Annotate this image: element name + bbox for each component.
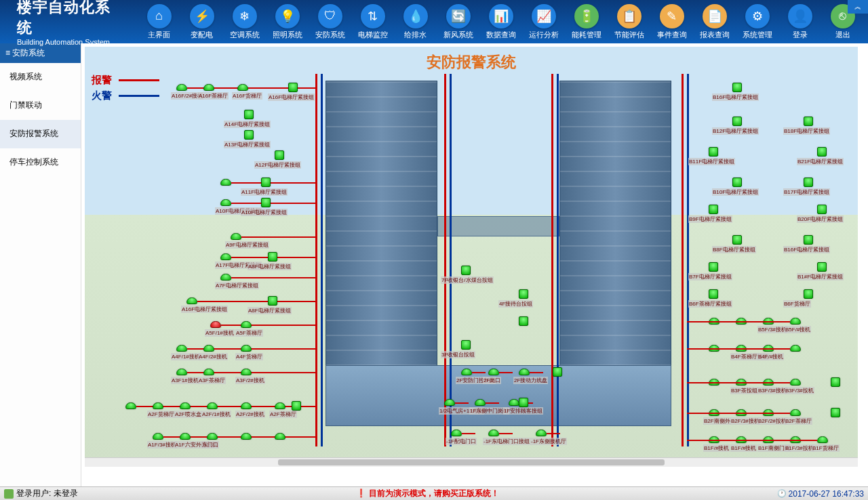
sensor-box[interactable] xyxy=(244,110,254,119)
sensor[interactable] xyxy=(790,409,801,416)
menu-照明系统[interactable]: 💡照明系统 xyxy=(269,4,306,40)
sensor-box[interactable] xyxy=(292,401,301,411)
sensor-box[interactable] xyxy=(732,178,742,187)
sensor-box[interactable] xyxy=(268,296,277,306)
sensor[interactable] xyxy=(790,318,801,325)
sensor[interactable] xyxy=(220,199,231,206)
menu-空调系统[interactable]: ❄空调系统 xyxy=(226,4,263,40)
menu-新风系统[interactable]: 🔄新风系统 xyxy=(439,4,477,40)
sensor[interactable] xyxy=(207,402,218,409)
sensor[interactable] xyxy=(536,430,547,436)
menu-登录[interactable]: 👤登录 xyxy=(781,4,818,40)
sensor-box[interactable] xyxy=(817,205,827,214)
sensor-box[interactable] xyxy=(461,266,471,275)
sensor[interactable] xyxy=(461,369,472,375)
sensor-box[interactable] xyxy=(804,235,813,245)
sensor-box[interactable] xyxy=(261,198,271,207)
sensor-box[interactable] xyxy=(817,147,827,157)
sensor[interactable] xyxy=(488,369,499,375)
sensor[interactable] xyxy=(176,345,187,352)
sensor[interactable] xyxy=(241,433,252,440)
sensor[interactable] xyxy=(203,84,214,91)
sensor[interactable] xyxy=(210,321,221,328)
sensor[interactable] xyxy=(241,402,252,409)
sensor-box[interactable] xyxy=(709,289,718,299)
sensor[interactable] xyxy=(176,84,187,91)
sensor-box[interactable] xyxy=(804,117,813,126)
sensor-box[interactable] xyxy=(519,316,528,326)
sensor-box[interactable] xyxy=(461,340,471,350)
sensor[interactable] xyxy=(203,345,214,352)
sensor[interactable] xyxy=(444,399,455,406)
sensor[interactable] xyxy=(237,84,248,91)
horizontal-scrollbar[interactable] xyxy=(85,457,858,467)
sidebar-item-3[interactable]: 停车控制系统 xyxy=(0,148,81,177)
sensor-box[interactable] xyxy=(709,262,718,272)
sensor-box[interactable] xyxy=(831,377,840,387)
sensor[interactable] xyxy=(220,274,231,280)
sensor-box[interactable] xyxy=(831,408,840,417)
menu-电梯监控[interactable]: ⇅电梯监控 xyxy=(354,4,391,40)
sensor-box[interactable] xyxy=(261,178,271,187)
sensor[interactable] xyxy=(153,402,163,409)
sensor[interactable] xyxy=(203,369,214,375)
menu-安防系统[interactable]: 🛡安防系统 xyxy=(311,4,349,40)
menu-系统管理[interactable]: ⚙系统管理 xyxy=(738,4,776,40)
sensor[interactable] xyxy=(275,402,285,409)
sensor-box[interactable] xyxy=(732,235,742,245)
sensor[interactable] xyxy=(790,379,801,386)
sidebar-item-2[interactable]: 安防报警系统 xyxy=(0,120,81,148)
sensor[interactable] xyxy=(451,430,462,436)
sensor[interactable] xyxy=(220,253,231,260)
sensor-box[interactable] xyxy=(817,262,827,272)
sensor-box[interactable] xyxy=(288,83,298,92)
menu-变配电[interactable]: ⚡变配电 xyxy=(183,4,220,40)
sensor[interactable] xyxy=(180,433,191,440)
sensor[interactable] xyxy=(241,369,252,375)
sensor[interactable] xyxy=(231,233,241,240)
collapse-icon[interactable]: ︽ xyxy=(848,0,868,14)
sensor-box[interactable] xyxy=(804,289,813,299)
menu-报表查询[interactable]: 📄报表查询 xyxy=(696,4,733,40)
legend-alarm: 报警 xyxy=(92,74,159,87)
sensor[interactable] xyxy=(153,433,163,440)
sensor-box[interactable] xyxy=(268,252,277,262)
sensor-box[interactable] xyxy=(244,130,254,140)
sensor-box[interactable] xyxy=(732,83,742,92)
menu-给排水[interactable]: 💧给排水 xyxy=(397,4,434,40)
sensor[interactable] xyxy=(180,402,191,409)
sensor[interactable] xyxy=(475,399,486,406)
sensor[interactable] xyxy=(488,430,499,436)
sensor[interactable] xyxy=(241,345,252,352)
sensor[interactable] xyxy=(176,369,187,375)
menu-事件查询[interactable]: ✎事件查询 xyxy=(653,4,690,40)
sensor[interactable] xyxy=(241,321,252,328)
sensor-box[interactable] xyxy=(275,150,284,160)
sensor[interactable] xyxy=(817,436,828,443)
menu-节能评估[interactable]: 📋节能评估 xyxy=(610,4,648,40)
sensor[interactable] xyxy=(519,369,530,375)
menu-主界面[interactable]: ⌂主界面 xyxy=(140,4,178,40)
sensor[interactable] xyxy=(509,399,519,406)
menu-运行分析[interactable]: 📈运行分析 xyxy=(525,4,562,40)
sensor-box[interactable] xyxy=(804,178,813,187)
sensor-box[interactable] xyxy=(732,117,742,126)
sensor-box[interactable] xyxy=(519,289,528,299)
变配电-icon: ⚡ xyxy=(190,4,214,28)
sensor[interactable] xyxy=(220,179,231,186)
sensor-box[interactable] xyxy=(519,398,528,407)
sensor-box[interactable] xyxy=(709,147,718,157)
sensor[interactable] xyxy=(186,297,197,304)
menu-数据查询[interactable]: 📊数据查询 xyxy=(482,4,519,40)
menu-能耗管理[interactable]: 🔋能耗管理 xyxy=(568,4,605,40)
sidebar: ≡ 安防系统 视频系统门禁联动安防报警系统停车控制系统 xyxy=(0,43,81,486)
status-bar: 登录用户: 未登录 目前为演示模式，请购买正版系统！ 2017-06-27 16… xyxy=(0,486,868,500)
sensor[interactable] xyxy=(275,433,285,440)
sensor[interactable] xyxy=(207,433,218,440)
sensor[interactable] xyxy=(125,402,136,409)
sensor-box[interactable] xyxy=(553,367,562,377)
sidebar-item-1[interactable]: 门禁联动 xyxy=(0,91,81,120)
sensor-box[interactable] xyxy=(709,205,718,214)
sidebar-item-0[interactable]: 视频系统 xyxy=(0,63,81,91)
sensor[interactable] xyxy=(790,345,801,352)
